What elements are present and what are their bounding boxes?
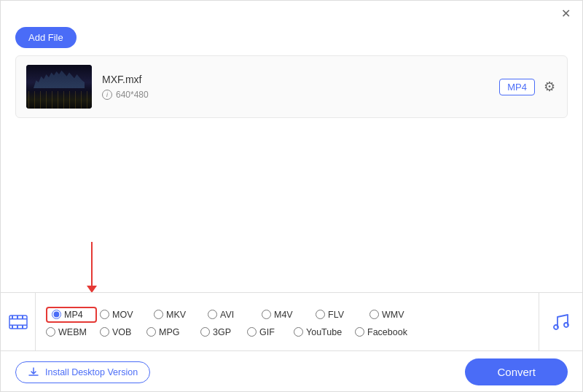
video-icon — [8, 312, 28, 332]
format-label-flv: FLV — [328, 310, 344, 320]
format-label-webm: WEBM — [58, 327, 87, 337]
music-icon — [550, 311, 572, 333]
format-radio-3gp[interactable] — [200, 327, 210, 337]
title-bar: ✕ — [1, 1, 582, 24]
format-radio-mkv[interactable] — [154, 310, 163, 319]
format-option-avi[interactable]: AVI — [208, 307, 259, 323]
svg-rect-3 — [12, 315, 13, 318]
thumbnail-image — [26, 65, 92, 109]
format-option-mov[interactable]: MOV — [100, 307, 151, 323]
format-option-mpg[interactable]: MPG — [146, 327, 197, 337]
arrow-line — [91, 242, 93, 286]
format-option-gif[interactable]: GIF — [247, 327, 291, 337]
close-button[interactable]: ✕ — [558, 7, 574, 21]
svg-rect-4 — [17, 315, 18, 318]
format-label-mp4: MP4 — [64, 310, 83, 320]
svg-rect-8 — [22, 326, 23, 329]
format-radio-youtube[interactable] — [294, 327, 303, 337]
file-resolution: 640*480 — [116, 90, 149, 100]
file-list: MXF.mxf i 640*480 MP4 ⚙ — [15, 55, 568, 118]
format-radio-mov[interactable] — [100, 310, 109, 319]
format-panel: MP4 MOV MKV AVI M4V — [1, 292, 582, 350]
arrow-indicator — [87, 242, 97, 292]
format-label-3gp: 3GP — [213, 327, 231, 337]
svg-rect-6 — [12, 326, 13, 329]
format-option-3gp[interactable]: 3GP — [200, 327, 244, 337]
file-actions: MP4 ⚙ — [499, 77, 557, 96]
format-radio-flv[interactable] — [316, 310, 325, 319]
file-meta: i 640*480 — [102, 90, 489, 100]
file-name: MXF.mxf — [102, 74, 489, 85]
svg-rect-5 — [22, 315, 23, 318]
format-option-m4v[interactable]: M4V — [262, 307, 313, 323]
format-sidebar — [539, 293, 582, 350]
format-radio-wmv[interactable] — [369, 310, 379, 319]
app-container: ✕ Add File MXF.mxf i 640*480 MP4 ⚙ — [1, 1, 582, 392]
format-radio-gif[interactable] — [247, 327, 257, 337]
download-icon — [28, 366, 39, 378]
svg-rect-2 — [9, 324, 27, 326]
format-option-vob[interactable]: VOB — [100, 327, 144, 337]
main-content — [1, 118, 582, 292]
arrow-head — [87, 286, 97, 292]
file-thumbnail — [26, 65, 92, 109]
add-file-button[interactable]: Add File — [15, 27, 77, 48]
format-option-flv[interactable]: FLV — [316, 307, 367, 323]
convert-button[interactable]: Convert — [465, 358, 568, 385]
format-radio-avi[interactable] — [208, 310, 217, 319]
format-label-gif: GIF — [259, 327, 275, 337]
file-info: MXF.mxf i 640*480 — [102, 74, 489, 100]
format-radio-vob[interactable] — [100, 327, 109, 337]
install-label: Install Desktop Version — [45, 367, 138, 377]
format-row-2: WEBM VOB MPG 3GP GIF — [46, 327, 528, 337]
format-label-wmv: WMV — [382, 310, 404, 320]
svg-rect-7 — [17, 326, 18, 329]
format-radio-mp4[interactable] — [52, 310, 61, 319]
toolbar: Add File — [1, 24, 582, 55]
format-label-m4v: M4V — [274, 310, 293, 320]
format-label-mov: MOV — [112, 310, 133, 320]
file-item: MXF.mxf i 640*480 MP4 ⚙ — [16, 56, 567, 117]
settings-button[interactable]: ⚙ — [542, 77, 557, 96]
format-option-mp4[interactable]: MP4 — [46, 307, 97, 323]
format-label-facebook: Facebook — [367, 327, 407, 337]
format-radio-m4v[interactable] — [262, 310, 271, 319]
format-label-mkv: MKV — [166, 310, 186, 320]
format-radio-mpg[interactable] — [146, 327, 156, 337]
svg-rect-1 — [9, 318, 27, 320]
bottom-bar: Install Desktop Version Convert — [1, 350, 582, 392]
format-option-mkv[interactable]: MKV — [154, 307, 205, 323]
info-icon: i — [102, 90, 112, 100]
format-row-1: MP4 MOV MKV AVI M4V — [46, 307, 528, 323]
format-option-wmv[interactable]: WMV — [369, 307, 420, 323]
format-label-mpg: MPG — [159, 327, 179, 337]
format-radio-facebook[interactable] — [355, 327, 364, 337]
format-option-facebook[interactable]: Facebook — [355, 327, 413, 337]
format-label-avi: AVI — [220, 310, 234, 320]
install-button[interactable]: Install Desktop Version — [15, 361, 150, 383]
format-label-youtube: YouTube — [306, 327, 342, 337]
format-badge[interactable]: MP4 — [499, 79, 535, 95]
format-radio-webm[interactable] — [46, 327, 55, 337]
format-option-youtube[interactable]: YouTube — [294, 327, 352, 337]
format-label-vob: VOB — [112, 327, 131, 337]
format-option-webm[interactable]: WEBM — [46, 327, 97, 337]
format-options: MP4 MOV MKV AVI M4V — [36, 293, 539, 350]
